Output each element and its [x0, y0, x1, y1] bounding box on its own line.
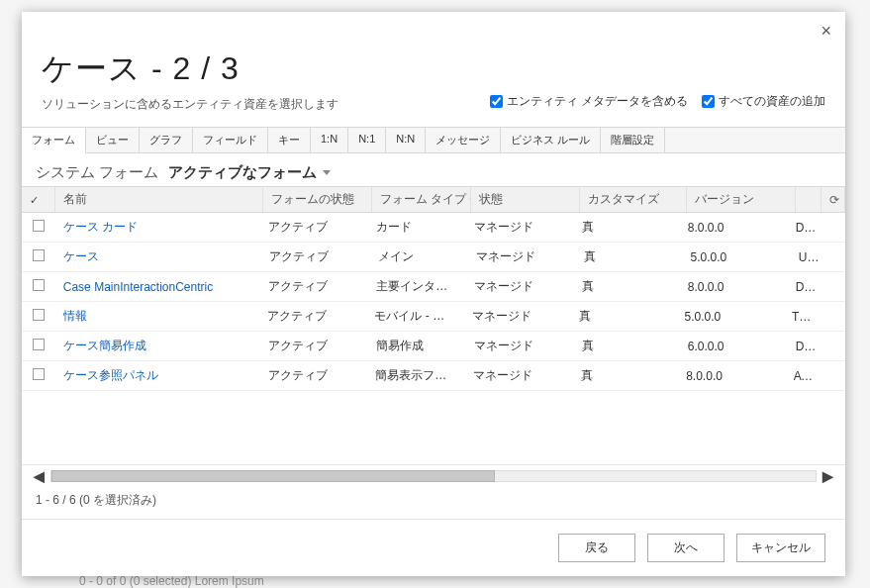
row-version: 8.0.0.0 — [680, 280, 788, 294]
include-metadata-input[interactable] — [490, 95, 503, 108]
checkbox-icon — [33, 339, 45, 350]
row-description: Def — [788, 340, 822, 353]
col-form-type[interactable]: フォーム タイプ ↑ — [372, 187, 471, 212]
tab-N:1[interactable]: N:1 — [348, 128, 386, 152]
pager-status: 1 - 6 / 6 (0 を選択済み) — [22, 486, 845, 520]
add-all-assets-label: すべての資産の追加 — [719, 93, 825, 110]
horizontal-scrollbar[interactable]: ◀ ▶ — [22, 464, 845, 486]
row-checkbox[interactable] — [22, 368, 55, 383]
table-row[interactable]: ケース カードアクティブカードマネージド真8.0.0.0Def — [22, 213, 845, 243]
checkbox-icon — [33, 220, 45, 232]
close-icon[interactable]: × — [821, 22, 831, 40]
tab-階層設定[interactable]: 階層設定 — [601, 128, 665, 152]
tab-N:N[interactable]: N:N — [386, 128, 426, 152]
check-icon — [30, 193, 39, 207]
col-name[interactable]: 名前 — [55, 187, 263, 212]
refresh-icon: ⟳ — [829, 193, 839, 207]
tab-グラフ[interactable]: グラフ — [140, 128, 193, 152]
row-description: This — [784, 310, 822, 324]
row-name-link[interactable]: ケース簡易作成 — [63, 339, 146, 352]
scroll-thumb[interactable] — [51, 470, 495, 482]
tab-bar: フォームビューグラフフィールドキー1:NN:1N:Nメッセージビジネス ルール階… — [22, 127, 845, 153]
grid-header: 名前 フォームの状態 フォーム タイプ ↑ 状態 カスタマイズ バージョン ⟳ — [22, 187, 845, 213]
back-button[interactable]: 戻る — [558, 534, 635, 562]
row-form-type: カード — [368, 219, 466, 236]
row-name-link[interactable]: 情報 — [63, 309, 87, 323]
row-form-type: 主要インタラクショ — [368, 278, 466, 295]
table-row[interactable]: ケース簡易作成アクティブ簡易作成マネージド真6.0.0.0Def — [22, 332, 845, 361]
row-form-state: アクティブ — [259, 308, 366, 325]
row-form-type: 簡易表示フォーム — [367, 367, 465, 384]
row-status: マネージド — [468, 248, 576, 265]
checkbox-icon — [33, 249, 45, 261]
row-checkbox[interactable] — [22, 309, 55, 324]
add-all-assets-input[interactable] — [702, 95, 715, 108]
row-checkbox[interactable] — [22, 220, 55, 235]
page-title: ケース - 2 / 3 — [42, 48, 825, 91]
row-name-link[interactable]: ケース参照パネル — [63, 368, 158, 382]
tab-キー[interactable]: キー — [268, 128, 311, 152]
row-status: マネージド — [466, 219, 574, 236]
checkbox-icon — [33, 309, 45, 321]
row-form-state: アクティブ — [260, 367, 368, 384]
tab-フィールド[interactable]: フィールド — [193, 128, 268, 152]
add-all-assets-checkbox[interactable]: すべての資産の追加 — [702, 93, 825, 110]
row-name-link[interactable]: ケース — [63, 249, 99, 263]
col-customizable[interactable]: カスタマイズ — [580, 187, 687, 212]
row-status: マネージド — [464, 308, 571, 325]
scroll-track[interactable] — [50, 470, 817, 482]
table-row[interactable]: ケース参照パネルアクティブ簡易表示フォームマネージド真8.0.0.0A fo — [22, 361, 845, 391]
table-row[interactable]: 情報アクティブモバイル - 高速マネージド真5.0.0.0This — [22, 302, 845, 332]
dialog-header: ケース - 2 / 3 ソリューションに含めるエンティティ資産を選択します エン… — [22, 12, 845, 117]
view-selector-current: アクティブなフォーム — [168, 163, 317, 182]
row-status: マネージド — [466, 278, 574, 295]
row-description: Def — [788, 280, 822, 294]
row-status: マネージド — [466, 338, 574, 354]
dialog: × ケース - 2 / 3 ソリューションに含めるエンティティ資産を選択します … — [22, 12, 845, 576]
cancel-button[interactable]: キャンセル — [736, 534, 825, 562]
col-description[interactable] — [796, 187, 822, 212]
row-customizable: 真 — [574, 219, 680, 236]
row-version: 6.0.0.0 — [680, 340, 788, 353]
select-all-checkbox[interactable] — [22, 187, 55, 212]
view-selector-bar: システム フォーム アクティブなフォーム — [22, 153, 845, 186]
tab-1:N[interactable]: 1:N — [311, 128, 348, 152]
col-version[interactable]: バージョン — [687, 187, 796, 212]
scroll-left-icon[interactable]: ◀ — [34, 468, 45, 484]
header-options: エンティティ メタデータを含める すべての資産の追加 — [490, 93, 825, 110]
row-customizable: 真 — [576, 248, 682, 265]
row-description: Up — [791, 250, 822, 264]
row-checkbox[interactable] — [22, 279, 55, 294]
row-form-state: アクティブ — [260, 278, 368, 295]
chevron-down-icon — [323, 170, 331, 175]
row-checkbox[interactable] — [22, 249, 55, 264]
refresh-button[interactable]: ⟳ — [822, 187, 845, 212]
view-selector[interactable]: アクティブなフォーム — [168, 163, 331, 182]
row-name-link[interactable]: Case MainInteractionCentric — [63, 280, 213, 294]
row-version: 8.0.0.0 — [678, 369, 786, 383]
tab-フォーム[interactable]: フォーム — [22, 128, 86, 153]
include-metadata-checkbox[interactable]: エンティティ メタデータを含める — [490, 93, 688, 110]
tab-ビジネス ルール[interactable]: ビジネス ルール — [501, 128, 601, 152]
page-subtitle: ソリューションに含めるエンティティ資産を選択します — [42, 96, 338, 113]
row-customizable: 真 — [574, 278, 680, 295]
row-form-type: メイン — [370, 248, 468, 265]
include-metadata-label: エンティティ メタデータを含める — [507, 93, 688, 110]
row-name-link[interactable]: ケース カード — [63, 220, 138, 234]
backdrop-text: 0 - 0 of 0 (0 selected) Lorem Ipsum — [79, 574, 264, 588]
tab-メッセージ[interactable]: メッセージ — [426, 128, 501, 152]
row-version: 8.0.0.0 — [680, 221, 788, 235]
row-form-type: モバイル - 高速 — [366, 308, 463, 325]
col-form-state[interactable]: フォームの状態 — [263, 187, 372, 212]
next-button[interactable]: 次へ — [647, 534, 725, 562]
row-description: Def — [788, 221, 822, 235]
col-status[interactable]: 状態 — [471, 187, 580, 212]
tab-ビュー[interactable]: ビュー — [86, 128, 140, 152]
row-status: マネージド — [465, 367, 573, 384]
row-form-state: アクティブ — [261, 248, 369, 265]
scroll-right-icon[interactable]: ▶ — [822, 468, 833, 484]
table-row[interactable]: Case MainInteractionCentricアクティブ主要インタラクシ… — [22, 272, 845, 302]
row-checkbox[interactable] — [22, 339, 55, 353]
row-version: 5.0.0.0 — [677, 310, 784, 324]
table-row[interactable]: ケースアクティブメインマネージド真5.0.0.0Up — [22, 243, 845, 272]
